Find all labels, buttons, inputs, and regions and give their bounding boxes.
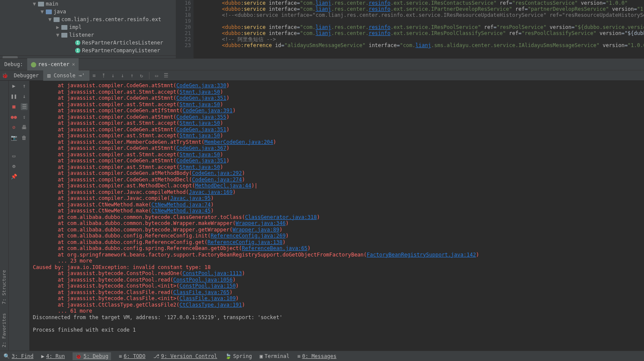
stacktrace-link[interactable]: FactoryBeanRegistrySupport.java:142: [367, 252, 476, 258]
stacktrace-link[interactable]: Stmnt.java:50: [180, 89, 220, 95]
tree-arrow-icon[interactable]: ▼: [41, 9, 45, 15]
stacktrace-link[interactable]: ReferenceConfig.java:138: [208, 239, 282, 245]
stacktrace-link[interactable]: MethodDecl.java:44: [195, 183, 251, 189]
close-icon[interactable]: ×: [72, 61, 75, 67]
print-icon[interactable]: 🖶: [21, 124, 28, 131]
stacktrace-link[interactable]: CodeGen.java:330: [176, 82, 226, 89]
stacktrace-link[interactable]: ConstPool.java:150: [180, 283, 236, 289]
toolbar-icon-4[interactable]: ↓: [118, 71, 127, 80]
stacktrace-link[interactable]: CtNewMethod.java:45: [152, 208, 211, 214]
stacktrace-link[interactable]: CodeGen.java:391: [183, 108, 233, 114]
code-editor[interactable]: 1617181920212223 <dubbo:service interfac…: [176, 0, 644, 58]
toolbar-icon-1[interactable]: ≡: [89, 71, 99, 80]
stacktrace-link[interactable]: CodeGen.java:351: [176, 95, 226, 101]
resume-icon[interactable]: ▶: [10, 82, 17, 89]
tree-arrow-icon[interactable]: ▼: [48, 16, 53, 22]
stacktrace-link[interactable]: CtNewMethod.java:74: [152, 202, 211, 208]
tree-item[interactable]: ▼listener: [0, 31, 176, 39]
stacktrace-link[interactable]: Stmnt.java:50: [180, 101, 220, 108]
toolbar-icon-8[interactable]: ☰: [162, 71, 171, 80]
stacktrace-link[interactable]: MemberCodeGen.java:204: [204, 139, 273, 145]
pin-icon[interactable]: 📌: [10, 173, 17, 180]
tree-item[interactable]: IResPartnerArticlesListener: [0, 39, 176, 47]
toolbar-icon-2[interactable]: ⭱: [99, 71, 108, 80]
spring-tool[interactable]: 🍃 Spring: [225, 353, 252, 359]
editor-code[interactable]: <dubbo:service interface="com.lianj.res.…: [194, 0, 644, 58]
stacktrace-link[interactable]: CodeGen.java:351: [176, 127, 226, 133]
toolbar-icon-6[interactable]: ↻: [137, 71, 146, 80]
tree-item[interactable]: ▼java: [0, 8, 176, 16]
run-tool[interactable]: ▶ 4: Run: [41, 353, 65, 359]
breakpoints-icon[interactable]: ●●: [10, 114, 17, 120]
favorites-tool[interactable]: 2: Favorites: [1, 313, 7, 347]
debugger-tab[interactable]: Debugger: [10, 70, 43, 81]
debug-session-tab[interactable]: ⬤ res-center ×: [27, 58, 78, 70]
terminal-tool[interactable]: ▣ Terminal: [260, 353, 289, 359]
tree-item[interactable]: IResPartnerCompanyListener: [0, 47, 176, 54]
folder-icon: [61, 25, 67, 30]
stacktrace-link[interactable]: Javac.java:95: [170, 195, 211, 201]
stacktrace-link[interactable]: ReferenceBean.java:65: [242, 245, 308, 251]
toolbar-icon-7[interactable]: ▭: [152, 71, 162, 80]
console-tab-label: Console: [54, 73, 76, 79]
console-panel: at javassist.compiler.CodeGen.atStmnt(Co…: [29, 81, 644, 351]
vcs-tool[interactable]: ⎇ 9: Version Control: [153, 353, 217, 359]
mute-bp-icon[interactable]: ⊘: [10, 124, 17, 131]
tree-label: main: [46, 1, 58, 7]
folder-icon: [38, 2, 44, 6]
stacktrace-link[interactable]: Stmnt.java:50: [180, 120, 220, 126]
messages-tool[interactable]: ≡ 0: Messages: [297, 353, 336, 359]
stacktrace-link[interactable]: CodeGen.java:351: [176, 158, 226, 164]
run-label: 4: Run: [46, 353, 65, 359]
camera-icon[interactable]: 📷: [10, 134, 17, 141]
tree-arrow-icon[interactable]: ▼: [56, 32, 60, 38]
trash-icon[interactable]: 🗑: [21, 134, 28, 141]
console-icon: ▤: [48, 73, 51, 79]
stacktrace-link[interactable]: CodeGen.java:292: [192, 170, 242, 176]
stacktrace-link[interactable]: ClassGenerator.java:318: [245, 214, 317, 220]
tree-arrow-icon[interactable]: ▼: [33, 1, 37, 7]
stop-icon[interactable]: ■: [10, 103, 17, 110]
pause-icon[interactable]: ❚❚: [10, 93, 17, 100]
stacktrace-link[interactable]: Stmnt.java:50: [180, 152, 220, 158]
debug-tool[interactable]: 🐞 5: Debug: [73, 352, 111, 360]
todo-tool[interactable]: ≡ 6: TODO: [119, 353, 146, 359]
layout-icon[interactable]: ▭: [10, 152, 17, 159]
export-icon[interactable]: ⇪: [21, 114, 28, 120]
stacktrace-link[interactable]: Wrapper.java:346: [236, 220, 286, 226]
tree-item[interactable]: ▼com.lianj.res.center.resinfo.ext: [0, 16, 176, 23]
stacktrace-link[interactable]: ConstPool.java:1056: [173, 277, 232, 283]
spring-label: Spring: [233, 353, 252, 359]
tree-hscrollbar[interactable]: [0, 55, 176, 58]
stacktrace-link[interactable]: Stmnt.java:50: [180, 133, 220, 139]
console-output[interactable]: at javassist.compiler.CodeGen.atStmnt(Co…: [29, 81, 644, 351]
stacktrace-link[interactable]: Stmnt.java:50: [180, 164, 220, 170]
tree-item[interactable]: ▶impl: [0, 23, 176, 31]
tree-arrow-icon[interactable]: ▶: [56, 24, 60, 30]
tree-label: impl: [69, 24, 82, 30]
stacktrace-link[interactable]: CtClassType.java:191: [180, 302, 242, 308]
stacktrace-link[interactable]: CodeGen.java:355: [176, 114, 226, 120]
settings-icon[interactable]: ⚙: [10, 163, 17, 170]
up-stack-icon[interactable]: ↑: [21, 82, 28, 89]
stacktrace-link[interactable]: Wrapper.java:89: [232, 227, 279, 233]
stacktrace-link[interactable]: CodeGen.java:274: [192, 177, 242, 183]
debug-label: Debug:: [0, 61, 27, 67]
down-stack-icon[interactable]: ↓: [21, 93, 28, 100]
stacktrace-link[interactable]: ConstPool.java:1113: [183, 270, 242, 276]
bug-icon[interactable]: 🐞: [0, 71, 10, 80]
stacktrace-link[interactable]: Javac.java:169: [189, 189, 232, 195]
stacktrace-link[interactable]: ReferenceConfig.java:269: [211, 233, 286, 239]
stacktrace-link[interactable]: ClassFile.java:109: [180, 295, 236, 301]
project-tree[interactable]: ▼main▼java▼com.lianj.res.center.resinfo.…: [0, 0, 176, 58]
find-tool[interactable]: 🔍 3: Find: [3, 353, 34, 359]
toolbar-icon-3[interactable]: ↓: [108, 71, 118, 80]
tree-label: ResPartnerArticlesListener: [82, 40, 163, 46]
tree-item[interactable]: ▼main: [0, 0, 176, 8]
toolbar-icon-5[interactable]: ↑: [127, 71, 137, 80]
frames-icon[interactable]: ☰: [21, 103, 28, 110]
stacktrace-link[interactable]: CodeGen.java:367: [176, 145, 226, 151]
console-tab[interactable]: ▤ Console →': [43, 70, 89, 81]
stacktrace-link[interactable]: ClassFile.java:765: [173, 289, 229, 295]
structure-tool[interactable]: 7: Structure: [1, 270, 7, 304]
